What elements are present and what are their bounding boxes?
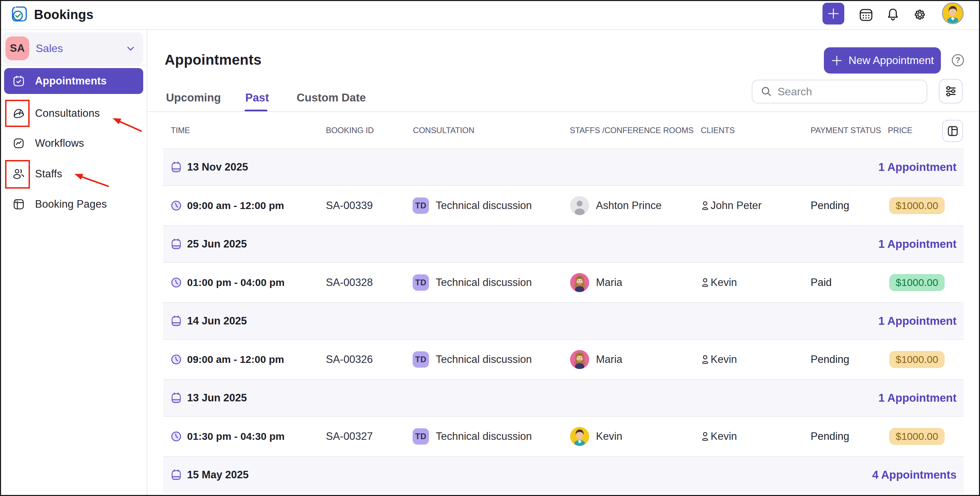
payment-status: Pending [811, 340, 850, 379]
date-group-row[interactable]: 13 Jun 2025 1 Appointment [163, 379, 964, 416]
consultation-badge: TD [413, 198, 429, 214]
price-badge: $1000.00 [889, 274, 945, 291]
top-bar: Bookings [0, 0, 980, 30]
consultation-name: Technical discussion [436, 263, 532, 302]
appointment-time: 01:30 pm - 04:30 pm [187, 417, 285, 456]
date-group-row[interactable]: 15 May 2025 4 Appointments [163, 456, 964, 493]
filter-button[interactable] [939, 79, 963, 104]
date-calendar-icon [171, 316, 181, 327]
workflows-icon [11, 137, 26, 150]
sidebar-item-appointments[interactable]: Appointments [4, 68, 143, 94]
group-date: 13 Nov 2025 [187, 149, 248, 185]
appointment-row[interactable]: 09:00 am - 12:00 pm SA-00339 TD Technica… [163, 185, 964, 225]
staff-avatar [570, 186, 589, 225]
appointment-row[interactable]: 01:00 pm - 04:00 pm SA-00328 TD Technica… [163, 262, 964, 302]
client-name: Kevin [711, 340, 737, 379]
consultation-name: Technical discussion [436, 417, 532, 456]
filter-sliders-icon [944, 85, 957, 98]
search-box [752, 80, 927, 104]
column-header-consultation[interactable]: CONSULTATION [413, 112, 474, 148]
new-appointment-label: New Appointment [849, 54, 934, 67]
date-group-row[interactable]: 14 Jun 2025 1 Appointment [163, 302, 964, 339]
payment-status: Paid [811, 263, 832, 302]
tab-past[interactable]: Past [245, 88, 269, 108]
payment-status: Pending [811, 186, 850, 225]
topbar-calendar-button[interactable] [856, 0, 876, 29]
bookings-logo-icon [11, 5, 28, 22]
appointment-row[interactable]: 01:30 pm - 04:30 pm SA-00327 TD Technica… [163, 416, 964, 456]
date-calendar-icon [171, 239, 181, 250]
client-name: Kevin [711, 417, 737, 456]
staffs-icon [11, 167, 26, 180]
calendar-icon [859, 8, 873, 22]
booking-id: SA-00328 [326, 263, 373, 302]
booking-id: SA-00339 [326, 186, 373, 225]
add-button[interactable] [822, 3, 844, 24]
client-person-icon [700, 186, 711, 225]
date-group-row[interactable]: 13 Nov 2025 1 Appointment [163, 148, 964, 185]
booking-id: SA-00327 [326, 417, 373, 456]
columns-layout-icon [947, 125, 959, 137]
column-settings-button[interactable] [942, 120, 963, 142]
date-calendar-icon [171, 469, 181, 481]
help-button[interactable]: ? [952, 54, 964, 66]
price-badge: $1000.00 [889, 428, 945, 445]
payment-status: Pending [811, 417, 850, 456]
settings-button[interactable] [910, 0, 930, 29]
tab-upcoming[interactable]: Upcoming [166, 88, 221, 108]
sidebar-item-workflows[interactable]: Workflows [4, 131, 143, 156]
clock-icon [171, 417, 181, 456]
consultations-icon [11, 107, 26, 120]
search-icon [760, 86, 772, 97]
sidebar-item-consultations[interactable]: Consultations [4, 100, 143, 126]
column-header-booking-id[interactable]: BOOKING ID [326, 112, 374, 148]
main-content: Appointments New Appointment ? Upcoming … [147, 30, 980, 496]
bell-icon [885, 7, 900, 22]
gear-icon [912, 7, 928, 22]
column-header-clients[interactable]: CLIENTS [701, 112, 735, 148]
sidebar-item-label: Workflows [35, 137, 84, 150]
staff-avatar [570, 340, 589, 379]
sidebar-item-booking-pages[interactable]: Booking Pages [4, 191, 143, 217]
tab-custom-date[interactable]: Custom Date [297, 88, 366, 108]
workspace-selector[interactable]: SA Sales [3, 32, 143, 65]
calendar-check-icon [11, 75, 26, 87]
appointment-time: 09:00 am - 12:00 pm [187, 186, 284, 225]
group-date: 14 Jun 2025 [187, 303, 247, 339]
help-label: ? [956, 56, 960, 65]
app-title: Bookings [34, 0, 94, 29]
date-calendar-icon [171, 392, 181, 404]
column-header-time[interactable]: TIME [171, 112, 190, 148]
plus-icon [831, 55, 843, 66]
staff-name: Maria [596, 340, 622, 379]
user-avatar[interactable] [942, 2, 964, 24]
column-header-price[interactable]: PRICE [888, 112, 912, 148]
tab-label: Custom Date [297, 91, 366, 104]
clock-icon [171, 263, 181, 302]
sidebar-item-label: Staffs [35, 168, 62, 180]
search-input[interactable] [778, 85, 921, 98]
appointments-table-body: 13 Nov 2025 1 Appointment 09:00 am - 12:… [163, 148, 964, 493]
client-person-icon [700, 340, 711, 379]
sidebar-item-label: Appointments [35, 75, 107, 87]
notifications-button[interactable] [883, 0, 903, 29]
column-header-payment-status[interactable]: PAYMENT STATUS [811, 112, 881, 148]
client-person-icon [700, 263, 711, 302]
group-appointment-count: 1 Appointment [878, 380, 956, 416]
tab-label: Past [245, 91, 269, 104]
group-date: 15 May 2025 [187, 457, 249, 493]
group-appointment-count: 1 Appointment [878, 226, 956, 262]
tab-label: Upcoming [166, 91, 221, 104]
group-date: 13 Jun 2025 [187, 380, 247, 416]
sidebar-separator [0, 65, 146, 66]
sidebar: SA Sales Appointments Consultations Work… [0, 30, 147, 496]
client-name: Kevin [711, 263, 737, 302]
workspace-badge: SA [5, 37, 29, 60]
workspace-name: Sales [36, 32, 63, 65]
new-appointment-button[interactable]: New Appointment [824, 47, 941, 73]
date-group-row[interactable]: 25 Jun 2025 1 Appointment [163, 225, 964, 262]
column-header-staffs[interactable]: STAFFS /CONFERENCE ROOMS [570, 112, 694, 148]
group-appointment-count: 4 Appointments [872, 457, 956, 493]
sidebar-item-staffs[interactable]: Staffs [4, 161, 143, 187]
appointment-row[interactable]: 09:00 am - 12:00 pm SA-00326 TD Technica… [163, 339, 964, 379]
